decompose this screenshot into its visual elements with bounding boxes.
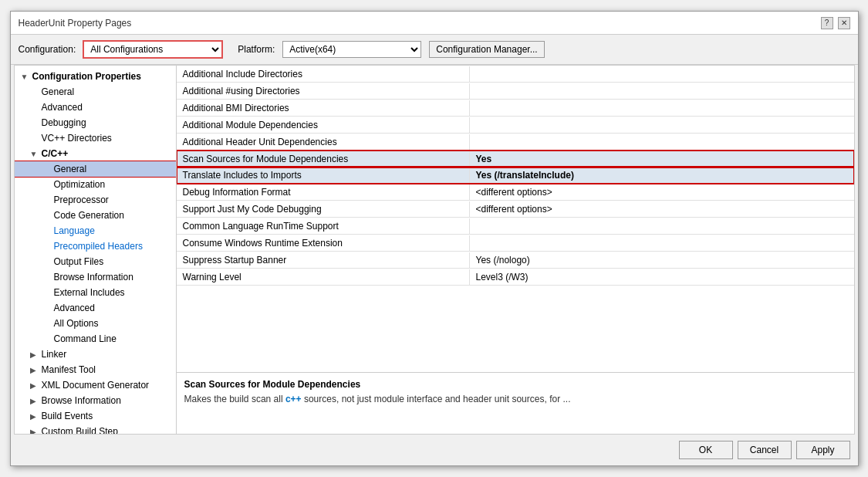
prop-name: Additional Include Directories	[177, 66, 470, 82]
tree-item-label: Code Generation	[54, 210, 124, 221]
tree-item-label: Configuration Properties	[32, 71, 141, 82]
tree-item-label: External Includes	[54, 287, 125, 298]
prop-row-translate-includes[interactable]: Translate Includes to Imports Yes (/tran…	[177, 167, 854, 184]
tree-item-label: General	[42, 86, 75, 97]
description-title: Scan Sources for Module Dependencies	[184, 379, 846, 390]
expand-icon: ▼	[30, 150, 39, 158]
description-text: Makes the build scan all c++ sources, no…	[184, 393, 846, 406]
tree-item-browse-info[interactable]: ▶ Browse Information	[15, 393, 176, 408]
ok-button[interactable]: OK	[679, 441, 733, 459]
tree-item-config-props[interactable]: ▼ Configuration Properties	[15, 69, 176, 84]
tree-item-browse-info-sub[interactable]: Browse Information	[15, 269, 176, 285]
close-button[interactable]: ✕	[838, 17, 850, 29]
prop-value	[470, 140, 854, 144]
tree-item-label: Debugging	[42, 117, 86, 128]
prop-value	[470, 224, 854, 228]
prop-value	[470, 241, 854, 245]
prop-value	[470, 123, 854, 127]
tree-item-label: Output Files	[54, 256, 104, 267]
tree-item-build-events[interactable]: ▶ Build Events	[15, 408, 176, 424]
help-button[interactable]: ?	[821, 17, 833, 29]
tree-item-code-generation[interactable]: Code Generation	[15, 208, 176, 223]
tree-item-external-includes[interactable]: External Includes	[15, 285, 176, 300]
platform-dropdown[interactable]: Active(x64)	[282, 41, 421, 58]
tree-item-debugging[interactable]: Debugging	[15, 115, 176, 130]
tree-item-label: Build Events	[42, 411, 93, 421]
prop-name: Consume Windows Runtime Extension	[177, 235, 470, 251]
apply-button[interactable]: Apply	[796, 441, 850, 459]
tree-item-cpp[interactable]: ▼ C/C++	[15, 146, 176, 161]
prop-row-suppress-banner[interactable]: Suppress Startup Banner Yes (/nologo)	[177, 252, 854, 269]
tree-item-linker[interactable]: ▶ Linker	[15, 347, 176, 362]
prop-row-warning-level[interactable]: Warning Level Level3 (/W3)	[177, 269, 854, 286]
tree-item-custom-build[interactable]: ▶ Custom Build Step	[15, 424, 176, 434]
prop-name: Suppress Startup Banner	[177, 252, 470, 268]
tree-item-language[interactable]: Language	[15, 223, 176, 238]
tree-item-label: Browse Information	[42, 395, 121, 406]
title-bar-controls: ? ✕	[821, 17, 850, 29]
tree-item-label: Custom Build Step	[42, 426, 118, 434]
tree-item-label: XML Document Generator	[42, 380, 150, 391]
tree-item-advanced[interactable]: Advanced	[15, 100, 176, 115]
tree-item-label: Precompiled Headers	[54, 241, 143, 252]
tree-item-general[interactable]: General	[15, 84, 176, 100]
prop-row-clr-support[interactable]: Common Language RunTime Support	[177, 218, 854, 235]
tree-item-label: General	[54, 164, 87, 174]
bottom-bar: OK Cancel Apply	[11, 435, 858, 465]
tree-item-label: VC++ Directories	[42, 133, 112, 144]
expand-icon: ▶	[30, 381, 39, 390]
expand-icon: ▶	[30, 412, 39, 421]
prop-name: Warning Level	[177, 269, 470, 285]
prop-name: Support Just My Code Debugging	[177, 201, 470, 217]
prop-value: Yes (/nologo)	[470, 252, 854, 268]
prop-value: <different options>	[470, 184, 854, 200]
prop-row-additional-module[interactable]: Additional Module Dependencies	[177, 117, 854, 134]
prop-name: Translate Includes to Imports	[177, 167, 470, 183]
expand-icon: ▼	[21, 73, 30, 81]
tree-item-label: Linker	[42, 349, 67, 360]
cpp-text: c++	[285, 394, 302, 404]
dialog: HeaderUnit Property Pages ? ✕ Configurat…	[10, 11, 859, 466]
prop-value: Level3 (/W3)	[470, 269, 854, 285]
prop-row-additional-bmi[interactable]: Additional BMI Directories	[177, 100, 854, 117]
configuration-dropdown[interactable]: All Configurations	[83, 41, 222, 58]
expand-icon: ▶	[30, 366, 39, 374]
tree-item-all-options[interactable]: All Options	[15, 316, 176, 331]
tree-item-cpp-advanced[interactable]: Advanced	[15, 300, 176, 316]
tree-item-label: Command Line	[54, 333, 117, 344]
tree-item-label: Advanced	[42, 102, 83, 113]
prop-row-consume-winrt[interactable]: Consume Windows Runtime Extension	[177, 235, 854, 252]
tree-item-command-line[interactable]: Command Line	[15, 331, 176, 347]
tree-item-vcpp-dirs[interactable]: VC++ Directories	[15, 130, 176, 146]
prop-value: <different options>	[470, 201, 854, 217]
tree-item-label: Language	[54, 225, 95, 236]
prop-value: Yes	[470, 151, 854, 167]
tree-item-xml-doc-gen[interactable]: ▶ XML Document Generator	[15, 377, 176, 393]
prop-row-additional-header-unit[interactable]: Additional Header Unit Dependencies	[177, 134, 854, 151]
tree-item-preprocessor[interactable]: Preprocessor	[15, 192, 176, 208]
tree-item-label: Browse Information	[54, 272, 133, 282]
config-label: Configuration:	[19, 44, 76, 55]
configuration-manager-button[interactable]: Configuration Manager...	[429, 41, 544, 58]
right-panel: Additional Include Directories Additiona…	[177, 66, 854, 434]
prop-name: Additional Module Dependencies	[177, 117, 470, 133]
cancel-button[interactable]: Cancel	[738, 441, 792, 459]
tree-item-output-files[interactable]: Output Files	[15, 254, 176, 269]
prop-name: Common Language RunTime Support	[177, 218, 470, 234]
tree-item-cpp-general[interactable]: General	[15, 161, 176, 177]
tree-item-precompiled-headers[interactable]: Precompiled Headers	[15, 238, 176, 254]
tree-item-manifest-tool[interactable]: ▶ Manifest Tool	[15, 362, 176, 377]
prop-row-debug-info-format[interactable]: Debug Information Format <different opti…	[177, 184, 854, 201]
expand-icon: ▶	[30, 350, 39, 359]
prop-name: Debug Information Format	[177, 184, 470, 200]
tree-item-label: Preprocessor	[54, 195, 109, 205]
prop-row-support-just-my-code[interactable]: Support Just My Code Debugging <differen…	[177, 201, 854, 218]
prop-row-scan-sources[interactable]: Scan Sources for Module Dependencies Yes	[177, 151, 854, 167]
prop-row-additional-using[interactable]: Additional #using Directories	[177, 83, 854, 100]
tree-item-optimization[interactable]: Optimization	[15, 177, 176, 192]
tree-item-label: C/C++	[42, 148, 69, 159]
description-panel: Scan Sources for Module Dependencies Mak…	[177, 372, 854, 434]
prop-value	[470, 106, 854, 110]
tree-item-label: Manifest Tool	[42, 364, 96, 375]
prop-row-additional-include[interactable]: Additional Include Directories	[177, 66, 854, 83]
